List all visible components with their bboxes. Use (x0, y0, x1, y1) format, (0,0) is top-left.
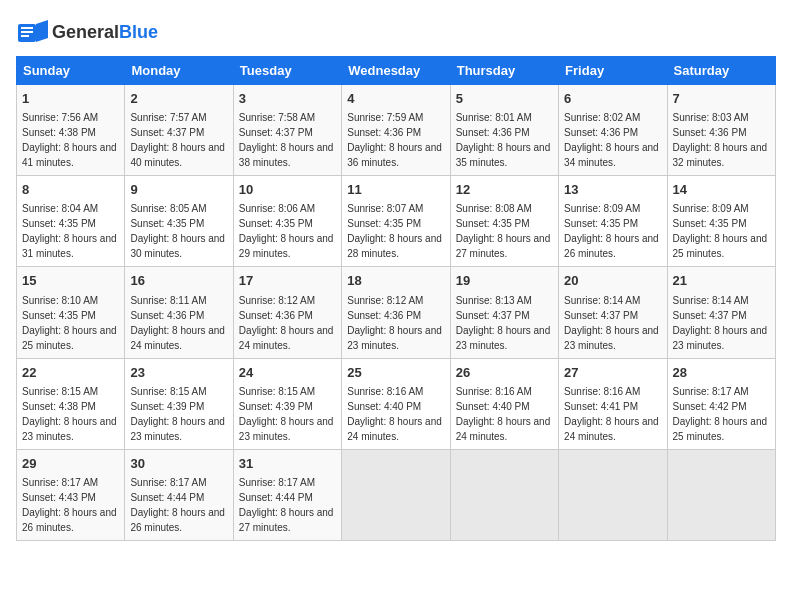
calendar-cell: 23Sunrise: 8:15 AMSunset: 4:39 PMDayligh… (125, 358, 233, 449)
day-number: 9 (130, 181, 227, 199)
calendar-week-row: 8Sunrise: 8:04 AMSunset: 4:35 PMDaylight… (17, 176, 776, 267)
logo-blue-text: Blue (119, 22, 158, 42)
calendar-week-row: 22Sunrise: 8:15 AMSunset: 4:38 PMDayligh… (17, 358, 776, 449)
day-info: Sunrise: 8:16 AMSunset: 4:40 PMDaylight:… (347, 386, 442, 442)
day-number: 30 (130, 455, 227, 473)
day-info: Sunrise: 8:06 AMSunset: 4:35 PMDaylight:… (239, 203, 334, 259)
calendar-week-row: 15Sunrise: 8:10 AMSunset: 4:35 PMDayligh… (17, 267, 776, 358)
calendar-cell: 7Sunrise: 8:03 AMSunset: 4:36 PMDaylight… (667, 85, 775, 176)
calendar-cell (667, 449, 775, 540)
svg-rect-3 (21, 31, 33, 33)
day-number: 23 (130, 364, 227, 382)
calendar-cell: 31Sunrise: 8:17 AMSunset: 4:44 PMDayligh… (233, 449, 341, 540)
day-number: 8 (22, 181, 119, 199)
calendar-cell (342, 449, 450, 540)
day-of-week-header: Sunday (17, 57, 125, 85)
header: GeneralBlue (16, 16, 776, 48)
day-info: Sunrise: 8:03 AMSunset: 4:36 PMDaylight:… (673, 112, 768, 168)
calendar-cell (559, 449, 667, 540)
svg-rect-2 (21, 27, 33, 29)
logo-general-text: General (52, 22, 119, 42)
day-number: 6 (564, 90, 661, 108)
day-number: 17 (239, 272, 336, 290)
day-of-week-header: Tuesday (233, 57, 341, 85)
day-info: Sunrise: 8:12 AMSunset: 4:36 PMDaylight:… (239, 295, 334, 351)
calendar-cell: 9Sunrise: 8:05 AMSunset: 4:35 PMDaylight… (125, 176, 233, 267)
day-info: Sunrise: 8:14 AMSunset: 4:37 PMDaylight:… (673, 295, 768, 351)
day-info: Sunrise: 8:11 AMSunset: 4:36 PMDaylight:… (130, 295, 225, 351)
day-info: Sunrise: 8:15 AMSunset: 4:38 PMDaylight:… (22, 386, 117, 442)
calendar-cell: 17Sunrise: 8:12 AMSunset: 4:36 PMDayligh… (233, 267, 341, 358)
day-number: 3 (239, 90, 336, 108)
svg-marker-1 (36, 20, 48, 42)
day-info: Sunrise: 8:12 AMSunset: 4:36 PMDaylight:… (347, 295, 442, 351)
calendar-week-row: 29Sunrise: 8:17 AMSunset: 4:43 PMDayligh… (17, 449, 776, 540)
day-info: Sunrise: 8:04 AMSunset: 4:35 PMDaylight:… (22, 203, 117, 259)
day-info: Sunrise: 8:01 AMSunset: 4:36 PMDaylight:… (456, 112, 551, 168)
day-number: 22 (22, 364, 119, 382)
day-number: 20 (564, 272, 661, 290)
day-info: Sunrise: 8:17 AMSunset: 4:42 PMDaylight:… (673, 386, 768, 442)
day-number: 13 (564, 181, 661, 199)
day-info: Sunrise: 8:13 AMSunset: 4:37 PMDaylight:… (456, 295, 551, 351)
calendar-cell (450, 449, 558, 540)
day-number: 11 (347, 181, 444, 199)
day-number: 24 (239, 364, 336, 382)
day-number: 16 (130, 272, 227, 290)
calendar-cell: 21Sunrise: 8:14 AMSunset: 4:37 PMDayligh… (667, 267, 775, 358)
day-number: 26 (456, 364, 553, 382)
calendar-cell: 2Sunrise: 7:57 AMSunset: 4:37 PMDaylight… (125, 85, 233, 176)
day-info: Sunrise: 8:02 AMSunset: 4:36 PMDaylight:… (564, 112, 659, 168)
day-info: Sunrise: 8:15 AMSunset: 4:39 PMDaylight:… (239, 386, 334, 442)
day-number: 14 (673, 181, 770, 199)
day-info: Sunrise: 8:17 AMSunset: 4:44 PMDaylight:… (130, 477, 225, 533)
logo-icon (16, 16, 48, 48)
logo: GeneralBlue (16, 16, 158, 48)
day-info: Sunrise: 8:17 AMSunset: 4:44 PMDaylight:… (239, 477, 334, 533)
calendar-cell: 20Sunrise: 8:14 AMSunset: 4:37 PMDayligh… (559, 267, 667, 358)
day-number: 28 (673, 364, 770, 382)
day-number: 21 (673, 272, 770, 290)
calendar-cell: 24Sunrise: 8:15 AMSunset: 4:39 PMDayligh… (233, 358, 341, 449)
calendar-cell: 11Sunrise: 8:07 AMSunset: 4:35 PMDayligh… (342, 176, 450, 267)
calendar-cell: 25Sunrise: 8:16 AMSunset: 4:40 PMDayligh… (342, 358, 450, 449)
calendar-cell: 5Sunrise: 8:01 AMSunset: 4:36 PMDaylight… (450, 85, 558, 176)
day-of-week-header: Thursday (450, 57, 558, 85)
day-number: 19 (456, 272, 553, 290)
day-info: Sunrise: 7:57 AMSunset: 4:37 PMDaylight:… (130, 112, 225, 168)
calendar-cell: 28Sunrise: 8:17 AMSunset: 4:42 PMDayligh… (667, 358, 775, 449)
day-info: Sunrise: 8:09 AMSunset: 4:35 PMDaylight:… (673, 203, 768, 259)
calendar-cell: 30Sunrise: 8:17 AMSunset: 4:44 PMDayligh… (125, 449, 233, 540)
day-number: 4 (347, 90, 444, 108)
calendar-cell: 29Sunrise: 8:17 AMSunset: 4:43 PMDayligh… (17, 449, 125, 540)
day-number: 7 (673, 90, 770, 108)
day-of-week-header: Wednesday (342, 57, 450, 85)
calendar-cell: 12Sunrise: 8:08 AMSunset: 4:35 PMDayligh… (450, 176, 558, 267)
day-of-week-header: Saturday (667, 57, 775, 85)
day-number: 25 (347, 364, 444, 382)
day-info: Sunrise: 8:16 AMSunset: 4:41 PMDaylight:… (564, 386, 659, 442)
calendar-cell: 27Sunrise: 8:16 AMSunset: 4:41 PMDayligh… (559, 358, 667, 449)
day-number: 12 (456, 181, 553, 199)
calendar-cell: 15Sunrise: 8:10 AMSunset: 4:35 PMDayligh… (17, 267, 125, 358)
calendar-cell: 26Sunrise: 8:16 AMSunset: 4:40 PMDayligh… (450, 358, 558, 449)
calendar-cell: 8Sunrise: 8:04 AMSunset: 4:35 PMDaylight… (17, 176, 125, 267)
day-info: Sunrise: 7:59 AMSunset: 4:36 PMDaylight:… (347, 112, 442, 168)
day-info: Sunrise: 8:16 AMSunset: 4:40 PMDaylight:… (456, 386, 551, 442)
calendar-cell: 1Sunrise: 7:56 AMSunset: 4:38 PMDaylight… (17, 85, 125, 176)
calendar-week-row: 1Sunrise: 7:56 AMSunset: 4:38 PMDaylight… (17, 85, 776, 176)
day-info: Sunrise: 8:08 AMSunset: 4:35 PMDaylight:… (456, 203, 551, 259)
day-number: 1 (22, 90, 119, 108)
calendar-table: SundayMondayTuesdayWednesdayThursdayFrid… (16, 56, 776, 541)
day-info: Sunrise: 7:56 AMSunset: 4:38 PMDaylight:… (22, 112, 117, 168)
page-container: GeneralBlue SundayMondayTuesdayWednesday… (16, 16, 776, 541)
calendar-header-row: SundayMondayTuesdayWednesdayThursdayFrid… (17, 57, 776, 85)
calendar-cell: 22Sunrise: 8:15 AMSunset: 4:38 PMDayligh… (17, 358, 125, 449)
day-number: 10 (239, 181, 336, 199)
day-of-week-header: Friday (559, 57, 667, 85)
day-number: 31 (239, 455, 336, 473)
day-number: 29 (22, 455, 119, 473)
calendar-cell: 4Sunrise: 7:59 AMSunset: 4:36 PMDaylight… (342, 85, 450, 176)
day-info: Sunrise: 8:17 AMSunset: 4:43 PMDaylight:… (22, 477, 117, 533)
svg-rect-4 (21, 35, 29, 37)
